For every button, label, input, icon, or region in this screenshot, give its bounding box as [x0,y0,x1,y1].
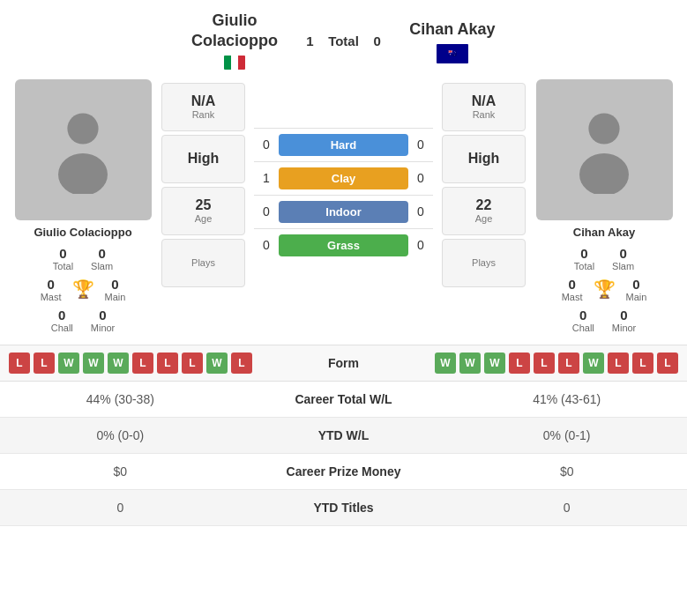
form-badge-l: L [534,353,555,374]
stats-row: 0% (0-0) YTD W/L 0% (0-1) [0,417,687,453]
surface-score1: 0 [254,204,279,219]
player1-rank-card: N/A Rank [161,83,245,131]
player1-age-card: 25 Age [161,187,245,235]
form-badge-w: W [435,353,456,374]
stats-row: 0 YTD Titles 0 [0,489,687,525]
player1-slam-stat: 0 Slam [91,246,113,271]
surface-score1: 0 [254,137,279,152]
player1-level-card: High [161,135,245,183]
player2-form: WWWLLLWLLL [379,353,679,374]
player2-mast-stat: 0 Mast [562,277,583,302]
player1-mast-stat: 0 Mast [41,277,62,302]
player2-name: Cihan Akay [394,19,511,40]
player2-total-score: 0 [374,33,381,48]
form-badge-l: L [608,353,629,374]
stat-label: Career Total W/L [241,382,447,418]
form-badge-w: W [583,353,604,374]
player2-level-card: High [442,135,526,183]
form-badge-l: L [9,353,30,374]
surface-row-indoor: 0 Indoor 0 [254,195,433,228]
form-badge-w: W [108,353,129,374]
form-label: Form [309,356,379,370]
player1-avatar [15,79,152,220]
svg-point-0 [67,113,98,144]
stat-val2: $0 [446,453,687,489]
form-badge-w: W [459,353,481,374]
player2-name-below: Cihan Akay [573,226,635,239]
form-badge-l: L [157,353,178,374]
surface-score2: 0 [408,171,433,185]
stats-table: 44% (30-38) Career Total W/L 41% (43-61)… [0,382,687,526]
stat-val1: 44% (30-38) [0,382,241,418]
stats-row: 44% (30-38) Career Total W/L 41% (43-61) [0,382,687,418]
stat-val2: 0% (0-1) [446,417,687,453]
player2-slam-stat: 0 Slam [612,246,634,271]
player2-age-card: 22 Age [442,187,526,235]
svg-point-3 [579,153,629,194]
surface-row-clay: 1 Clay 0 [254,161,433,195]
surface-btn-grass[interactable]: Grass [279,234,408,256]
player2-minor-stat: 0 Minor [612,308,637,333]
form-badge-l: L [34,353,55,374]
player1-total-score: 1 [306,33,313,48]
player2-avatar [536,79,673,220]
player1-name-below: Giulio Colacioppo [34,226,131,239]
player1-name: Giulio Colacioppo [176,11,293,52]
surface-score1: 0 [254,238,279,252]
player2-flag: 🇦🇺 [437,44,468,63]
svg-point-1 [58,153,108,194]
svg-point-2 [588,113,619,144]
player1-flag [224,56,245,70]
player2-chall-stat: 0 Chall [572,308,594,333]
stat-val2: 0 [446,489,687,525]
player2-card: Cihan Akay 0 Total 0 Slam 0 Mast 🏆 0 [530,79,678,333]
form-badge-w: W [206,353,228,374]
player1-info: N/A Rank High 25 Age Plays [161,83,245,287]
stats-row: $0 Career Prize Money $0 [0,453,687,489]
player2-rank-card: N/A Rank [442,83,526,131]
surface-row-hard: 0 Hard 0 [254,128,433,161]
surface-btn-indoor[interactable]: Indoor [279,201,408,223]
total-label: Total [328,33,359,48]
surface-score2: 0 [408,137,433,152]
form-badge-l: L [231,353,252,374]
player2-info: N/A Rank High 22 Age Plays [442,83,526,287]
surface-btn-clay[interactable]: Clay [279,167,408,189]
stat-label: YTD W/L [241,417,447,453]
player1-card: Giulio Colacioppo 0 Total 0 Slam 0 Mast … [9,79,157,333]
form-section: LLWWWLLLWL Form WWWLLLWLLL [0,345,687,382]
form-badge-l: L [132,353,153,374]
player1-form: LLWWWLLLWL [9,353,309,374]
form-badge-l: L [182,353,203,374]
form-badge-l: L [632,353,653,374]
player1-plays-card: Plays [161,239,245,287]
stat-label: YTD Titles [241,489,447,525]
stat-val2: 41% (43-61) [446,382,687,418]
form-badge-w: W [83,353,104,374]
player2-trophy: 🏆 [594,278,616,300]
player2-plays-card: Plays [442,239,526,287]
player2-total-stat: 0 Total [574,246,594,271]
surface-row-grass: 0 Grass 0 [254,228,433,262]
form-badge-l: L [509,353,530,374]
form-badge-w: W [484,353,505,374]
surfaces-center: 0 Hard 0 1 Clay 0 0 Indoor 0 0 Grass 0 [250,128,437,262]
stat-val1: 0 [0,489,241,525]
player1-trophy: 🏆 [72,278,94,300]
form-badge-w: W [58,353,79,374]
stat-label: Career Prize Money [241,453,447,489]
player1-chall-stat: 0 Chall [51,308,73,333]
player2-main-stat: 0 Main [626,277,647,302]
stat-val1: $0 [0,453,241,489]
player1-main-stat: 0 Main [105,277,126,302]
surface-score2: 0 [408,204,433,219]
player1-minor-stat: 0 Minor [91,308,116,333]
stat-val1: 0% (0-0) [0,417,241,453]
form-badge-l: L [657,353,678,374]
surface-score2: 0 [408,238,433,252]
player1-total-stat: 0 Total [53,246,73,271]
surface-score1: 1 [254,171,279,185]
form-badge-l: L [558,353,579,374]
surface-btn-hard[interactable]: Hard [279,134,408,156]
